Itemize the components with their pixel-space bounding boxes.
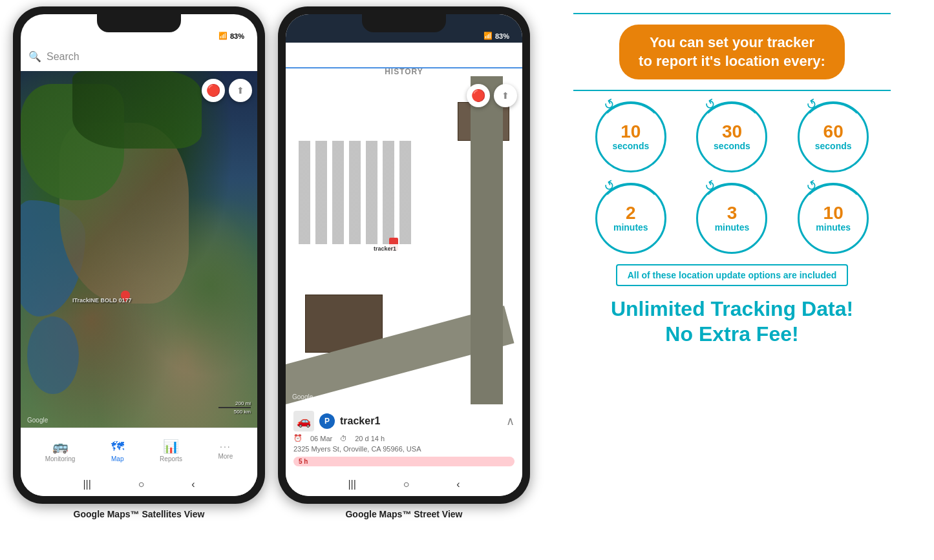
tab-bar: INFO HISTORY bbox=[286, 58, 522, 76]
scale-line bbox=[218, 407, 251, 408]
tab-history-label: HISTORY bbox=[385, 67, 423, 76]
more-options-icon[interactable]: ⋮ bbox=[350, 43, 363, 57]
duration-label: 20 d 14 h bbox=[355, 435, 385, 442]
teal-line-top bbox=[573, 13, 891, 14]
back-button[interactable]: ← bbox=[286, 43, 299, 57]
phone2-compass[interactable]: 🔴 bbox=[467, 84, 490, 107]
water-area2 bbox=[27, 316, 79, 394]
phone2-compass-icon: 🔴 bbox=[471, 88, 485, 103]
satellite-map[interactable]: 🔴 ⬆ ITrackINE BOLD 0177 Google bbox=[21, 71, 257, 428]
clock-icon: ⏱ bbox=[340, 435, 347, 442]
circle-unit-1: seconds bbox=[612, 141, 649, 152]
phone1: 📶 83% 🔍 Search bbox=[13, 6, 265, 504]
teal-line-mid bbox=[573, 90, 891, 91]
phone2-notch bbox=[362, 14, 446, 32]
navigation-button[interactable]: ⬆ bbox=[229, 79, 252, 102]
circle-arrow-5: ↺ bbox=[702, 177, 719, 196]
phone2-android-nav: ||| ○ ‹ bbox=[286, 473, 522, 496]
unlimited-text-block: Unlimited Tracking Data! No Extra Fee! bbox=[611, 296, 853, 346]
nav-reports[interactable]: 📊 Reports bbox=[160, 439, 182, 462]
android-home-btn[interactable]: ○ bbox=[138, 479, 145, 490]
compass-icon: 🔴 bbox=[206, 83, 220, 98]
expand-icon[interactable]: ∧ bbox=[506, 414, 515, 428]
main-container: 📶 83% 🔍 Search bbox=[0, 0, 934, 560]
phone2-android-back-btn[interactable]: ‹ bbox=[456, 479, 460, 490]
phone1-android-nav: ||| ○ ‹ bbox=[21, 473, 257, 496]
nav-more[interactable]: ··· More bbox=[218, 441, 233, 460]
phone2-signal-icon: 📶 bbox=[483, 32, 493, 40]
circle-unit-2: seconds bbox=[714, 141, 750, 152]
map-icon: 🗺 bbox=[111, 439, 124, 454]
circle-number-2: 30 bbox=[722, 123, 742, 141]
nav-monitoring-label: Monitoring bbox=[45, 455, 76, 462]
circle-10m: ↺ 10 minutes bbox=[798, 183, 869, 254]
phone2: 📶 83% ← tracker1 ⋮ INFO bbox=[278, 6, 530, 504]
compass-button[interactable]: 🔴 bbox=[202, 79, 225, 102]
phone1-caption: Google Maps™ Satellites View bbox=[74, 509, 205, 519]
header-title: tracker1 bbox=[301, 45, 346, 57]
phone2-google-label: Google bbox=[292, 393, 313, 400]
parked-cars bbox=[299, 141, 415, 244]
android-menu-btn[interactable]: ||| bbox=[83, 479, 90, 490]
info-panel: You can set your tracker to report it's … bbox=[543, 6, 921, 353]
phone1-inner: 📶 83% 🔍 Search bbox=[21, 14, 257, 496]
reports-icon: 📊 bbox=[163, 439, 179, 454]
aerial-map[interactable]: tracker1 🔴 ⬆ Google bbox=[286, 76, 522, 404]
circle-arrow-6: ↺ bbox=[803, 177, 820, 196]
battery-icon: 83% bbox=[230, 32, 244, 40]
truck-icon: 🚗 bbox=[297, 414, 311, 428]
unlimited-line2: No Extra Fee! bbox=[611, 322, 853, 346]
info-address: 2325 Myers St, Oroville, CA 95966, USA bbox=[293, 445, 515, 453]
road2 bbox=[471, 76, 503, 404]
circle-30s: ↺ 30 seconds bbox=[696, 101, 767, 172]
circle-arrow-1: ↺ bbox=[600, 96, 618, 114]
circle-60s: ↺ 60 seconds bbox=[798, 101, 869, 172]
phones-section: 📶 83% 🔍 Search bbox=[13, 6, 530, 519]
nav-monitoring[interactable]: 🚌 Monitoring bbox=[45, 439, 76, 462]
headline-box: You can set your tracker to report it's … bbox=[619, 25, 845, 79]
phone1-bottom-nav: 🚌 Monitoring 🗺 Map 📊 Reports ··· bbox=[21, 428, 257, 473]
map-overlay-label: ITrackINE BOLD 0177 bbox=[72, 297, 132, 304]
info-card: 🚗 P tracker1 ∧ ⏰ 06 Mar ⏱ 20 bbox=[286, 404, 522, 473]
scale-text1: 200 mi bbox=[235, 400, 251, 406]
headline-text: You can set your tracker to report it's … bbox=[639, 34, 825, 70]
scale-bar: 200 mi 500 km bbox=[218, 400, 251, 415]
tracker-icon-box: 🚗 bbox=[293, 411, 314, 431]
time-badge: 5 h bbox=[293, 457, 515, 466]
phone2-nav-icon: ⬆ bbox=[502, 90, 509, 101]
phone2-android-home-btn[interactable]: ○ bbox=[403, 479, 410, 490]
phone2-android-menu-btn[interactable]: ||| bbox=[348, 479, 356, 490]
navigation-icon: ⬆ bbox=[237, 85, 244, 96]
phone2-battery-icon: 83% bbox=[495, 32, 509, 40]
date-label: 06 Mar bbox=[310, 435, 332, 442]
tracker-map-label: tracker1 bbox=[370, 244, 400, 253]
circle-3m: ↺ 3 minutes bbox=[696, 183, 767, 254]
included-box: All of these location update options are… bbox=[616, 264, 849, 286]
calendar-icon: ⏰ bbox=[293, 434, 302, 442]
info-row-date: ⏰ 06 Mar ⏱ 20 d 14 h bbox=[293, 434, 515, 442]
google-label: Google bbox=[27, 417, 48, 424]
circle-unit-3: seconds bbox=[815, 141, 852, 152]
circle-2m: ↺ 2 minutes bbox=[595, 183, 666, 254]
circle-number-1: 10 bbox=[621, 123, 641, 141]
phone2-nav-btn[interactable]: ⬆ bbox=[494, 84, 517, 107]
land-mass3 bbox=[72, 71, 202, 149]
phone1-status-icons: 📶 83% bbox=[218, 32, 244, 40]
phone1-notch bbox=[97, 14, 181, 32]
search-bar[interactable]: 🔍 Search bbox=[21, 43, 257, 71]
nav-map-label: Map bbox=[111, 455, 123, 462]
unlimited-line1: Unlimited Tracking Data! bbox=[611, 296, 853, 321]
circle-number-3: 60 bbox=[823, 123, 844, 141]
nav-more-label: More bbox=[218, 453, 233, 460]
nav-map[interactable]: 🗺 Map bbox=[111, 439, 124, 462]
tab-history[interactable]: HISTORY bbox=[286, 67, 522, 76]
circle-arrow-4: ↺ bbox=[600, 177, 618, 196]
circles-grid: ↺ 10 seconds ↺ 30 seconds ↺ 60 seconds ↺… bbox=[587, 101, 878, 254]
phone1-container: 📶 83% 🔍 Search bbox=[13, 6, 265, 519]
included-text: All of these location update options are… bbox=[628, 270, 837, 280]
android-back-btn[interactable]: ‹ bbox=[191, 479, 195, 490]
circle-number-5: 3 bbox=[727, 204, 738, 222]
app-header: ← tracker1 ⋮ bbox=[286, 43, 522, 58]
headline-span: You can set your tracker to report it's … bbox=[639, 34, 825, 69]
tracker-name-label: tracker1 bbox=[340, 415, 380, 427]
